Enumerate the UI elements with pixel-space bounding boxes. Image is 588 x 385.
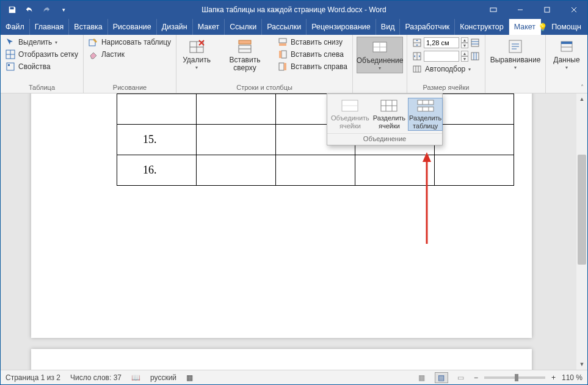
lightbulb-icon: 💡 (538, 23, 548, 32)
draw-table-button[interactable]: Нарисовать таблицу (87, 37, 172, 48)
merge-dropdown-button[interactable]: Объединение▾ (357, 37, 403, 73)
vertical-scrollbar[interactable]: ▲ ▼ (576, 94, 587, 370)
svg-rect-33 (471, 53, 479, 60)
group-label-data (550, 82, 584, 93)
svg-rect-22 (284, 63, 286, 70)
group-cell-size: ▲▼ ▲▼ Автоподбор▾ Размер ячейки (407, 35, 485, 93)
group-rows-columns: Удалить▾ Вставить сверху Вставить снизу … (176, 35, 353, 93)
split-table-item[interactable]: Разделить таблицу (408, 98, 443, 131)
group-label-table: Таблица (4, 82, 79, 93)
save-icon[interactable] (4, 2, 20, 18)
view-gridlines-button[interactable]: Отобразить сетку (4, 49, 79, 60)
eraser-button[interactable]: Ластик (87, 49, 172, 60)
tab-review[interactable]: Рецензирование (307, 19, 376, 35)
spin-down-icon[interactable]: ▼ (461, 43, 468, 48)
insert-left-button[interactable]: Вставить слева (277, 49, 349, 60)
svg-rect-17 (279, 38, 286, 43)
svg-rect-9 (8, 64, 10, 66)
svg-rect-2 (545, 7, 550, 12)
help-label: Помощн (551, 23, 581, 31)
zoom-level[interactable]: 110 % (562, 373, 583, 382)
insert-below-button[interactable]: Вставить снизу (277, 37, 349, 48)
select-button[interactable]: Выделить▾ (4, 37, 79, 48)
tab-view[interactable]: Вид (376, 19, 401, 35)
spin-up-icon[interactable]: ▲ (461, 37, 468, 43)
tab-file[interactable]: Файл (1, 19, 30, 35)
page-1: 15. 16. (31, 94, 532, 338)
svg-rect-21 (279, 63, 284, 70)
page-2: 17. 18. (31, 349, 532, 370)
spin-up-icon[interactable]: ▲ (461, 51, 468, 56)
insert-above-button[interactable]: Вставить сверху (216, 37, 274, 73)
autofit-button[interactable]: Автоподбор▾ (411, 64, 481, 75)
col-width-field[interactable]: ▲▼ (411, 50, 481, 62)
minimize-button[interactable] (507, 1, 534, 19)
spin-down-icon[interactable]: ▼ (461, 56, 468, 62)
properties-button[interactable]: Свойства (4, 61, 79, 72)
table-cell[interactable]: 15. (117, 125, 197, 155)
table-row (117, 94, 514, 125)
qat-customize-icon[interactable]: ▾ (56, 2, 71, 18)
tab-design[interactable]: Дизайн (157, 19, 193, 35)
tab-draw[interactable]: Рисование (108, 19, 157, 35)
table-cell[interactable] (435, 125, 514, 155)
zoom-slider[interactable] (484, 376, 545, 379)
tab-references[interactable]: Ссылки (225, 19, 262, 35)
word-count[interactable]: Число слов: 37 (70, 373, 122, 382)
row-height-field[interactable]: ▲▼ (411, 37, 481, 49)
insert-right-button[interactable]: Вставить справа (277, 61, 349, 72)
tab-home[interactable]: Главная (30, 19, 70, 35)
zoom-in-icon[interactable]: + (551, 373, 556, 382)
tab-layout[interactable]: Макет (193, 19, 225, 35)
scroll-down-icon[interactable]: ▼ (576, 359, 587, 370)
zoom-out-icon[interactable]: − (474, 373, 478, 382)
row-height-input[interactable] (424, 37, 459, 48)
macro-icon[interactable]: ▦ (186, 373, 193, 382)
table-row: 15. (117, 125, 514, 155)
tab-mailings[interactable]: Рассылки (262, 19, 307, 35)
ribbon-tabs: Файл Главная Вставка Рисование Дизайн Ма… (1, 19, 587, 35)
close-button[interactable] (561, 1, 587, 19)
web-layout-icon[interactable]: ▭ (454, 372, 468, 383)
group-label-rowcol: Строки и столбцы (180, 82, 349, 93)
print-layout-icon[interactable]: ▤ (435, 372, 448, 383)
document-area[interactable]: 15. 16. 17. 18. (1, 94, 576, 370)
table-cell[interactable] (117, 94, 197, 125)
tab-insert[interactable]: Вставка (69, 19, 107, 35)
table-cell[interactable] (197, 125, 276, 155)
distribute-cols-icon[interactable] (470, 51, 480, 61)
svg-rect-52 (418, 100, 434, 105)
doc-table-1[interactable]: 15. 16. (117, 94, 514, 186)
collapse-ribbon-icon[interactable]: ˄ (581, 84, 584, 90)
read-mode-icon[interactable]: ▦ (415, 372, 429, 383)
tab-developer[interactable]: Разработчик (400, 19, 455, 35)
undo-icon[interactable] (21, 2, 37, 18)
tab-table-layout[interactable]: Макет (509, 19, 541, 35)
svg-marker-59 (423, 152, 431, 162)
col-width-input[interactable] (424, 51, 459, 62)
split-cells-item[interactable]: Разделить ячейки (372, 98, 407, 131)
table-cell[interactable] (435, 94, 514, 125)
maximize-button[interactable] (534, 1, 561, 19)
page-indicator[interactable]: Страница 1 из 2 (5, 373, 60, 382)
spellcheck-icon[interactable]: 📖 (131, 373, 140, 382)
scroll-up-icon[interactable]: ▲ (576, 94, 587, 105)
data-dropdown-button[interactable]: Данные▾ (550, 37, 584, 72)
table-cell[interactable] (276, 155, 355, 186)
distribute-rows-icon[interactable] (470, 38, 480, 48)
table-cell[interactable] (197, 155, 276, 186)
ribbon-display-icon[interactable] (480, 1, 507, 19)
group-alignment: Выравнивание▾ (485, 35, 546, 93)
language-indicator[interactable]: русский (150, 373, 176, 382)
svg-rect-16 (239, 40, 251, 44)
annotation-arrow-icon (421, 152, 433, 250)
help-area[interactable]: 💡 Помощн (538, 19, 581, 35)
tab-table-design[interactable]: Конструктор (455, 19, 509, 35)
table-cell[interactable] (435, 155, 514, 186)
table-cell[interactable] (197, 94, 276, 125)
scroll-thumb[interactable] (578, 155, 586, 265)
alignment-dropdown-button[interactable]: Выравнивание▾ (489, 37, 542, 72)
table-cell[interactable]: 16. (117, 155, 197, 186)
delete-button[interactable]: Удалить▾ (180, 37, 213, 72)
redo-icon[interactable] (38, 2, 54, 18)
